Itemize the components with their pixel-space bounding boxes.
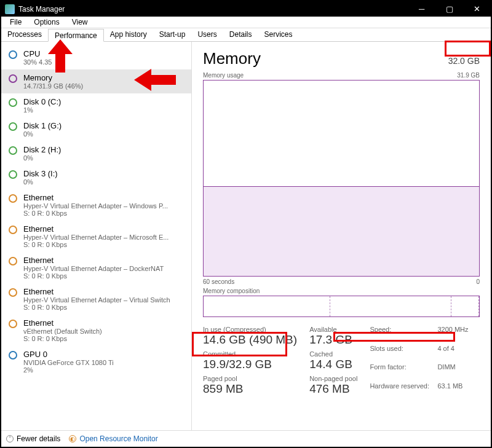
sidebar-item[interactable]: EthernetHyper-V Virtual Ethernet Adapter…: [1, 252, 191, 283]
tab-startup[interactable]: Start-up: [153, 28, 192, 41]
memory-usage-graph[interactable]: [203, 80, 480, 277]
sidebar-item-name: Ethernet: [23, 287, 170, 296]
status-ring-icon: [9, 74, 17, 83]
detail-title: Memory: [203, 49, 261, 68]
sidebar-item-text: EthernetvEthernet (Default Switch)S: 0 R…: [23, 318, 102, 342]
memory-meta: Speed: 3200 MHz Slots used: 4 of 4 Form …: [370, 326, 468, 399]
sidebar-item-text: Disk 0 (C:)1%: [23, 97, 61, 114]
sidebar-item-subtext2: 2%: [23, 366, 114, 374]
menu-view[interactable]: View: [66, 18, 94, 26]
maximize-button[interactable]: ▢: [435, 1, 463, 17]
sidebar-item[interactable]: Memory14.7/31.9 GB (46%): [1, 69, 191, 93]
graph-label: Memory usage: [203, 72, 244, 79]
tab-details[interactable]: Details: [223, 28, 258, 41]
sidebar-item-text: EthernetHyper-V Virtual Ethernet Adapter…: [23, 256, 164, 280]
stat-paged-value: 859 MB: [203, 382, 297, 396]
sidebar-item-text: Disk 1 (G:)0%: [23, 121, 62, 138]
stat-cached-label: Cached: [309, 350, 357, 358]
meta-formfactor-value: DIMM: [437, 363, 468, 381]
sidebar-item-name: Disk 1 (G:): [23, 121, 62, 130]
stat-inuse-value: 14.6 GB (490 MB): [203, 333, 297, 347]
sidebar-item[interactable]: CPU30% 4.35: [1, 45, 191, 69]
meta-speed-value: 3200 MHz: [437, 326, 468, 344]
sidebar-item-text: GPU 0NVIDIA GeForce GTX 1080 Ti2%: [23, 350, 114, 374]
fewer-details-label: Fewer details: [17, 434, 60, 443]
comp-standby: [330, 296, 451, 316]
stat-available-value: 17.3 GB: [309, 333, 357, 347]
meta-slots-label: Slots used:: [370, 345, 437, 363]
sidebar-item-subtext: Hyper-V Virtual Ethernet Adapter – Docke…: [23, 265, 164, 272]
meta-hwreserved-value: 63.1 MB: [437, 382, 468, 400]
fewer-details-button[interactable]: ˄ Fewer details: [6, 434, 60, 443]
status-ring-icon: [9, 170, 17, 179]
sidebar-item-subtext2: S: 0 R: 0 Kbps: [23, 272, 164, 280]
meta-formfactor-label: Form factor:: [370, 363, 437, 381]
menu-file[interactable]: File: [4, 18, 28, 26]
sidebar-item[interactable]: EthernetvEthernet (Default Switch)S: 0 R…: [1, 315, 191, 346]
sidebar-item[interactable]: GPU 0NVIDIA GeForce GTX 1080 Ti2%: [1, 346, 191, 377]
stat-nonpaged-value: 476 MB: [309, 382, 357, 396]
sidebar-item[interactable]: Disk 2 (H:)0%: [1, 141, 191, 165]
sidebar-item-subtext: 30% 4.35: [23, 58, 52, 66]
status-ring-icon: [9, 194, 17, 203]
stat-cached-value: 14.4 GB: [309, 358, 357, 371]
memory-detail-pane: Memory 32.0 GB Memory usage 31.9 GB 60 s…: [192, 42, 491, 430]
sidebar-item-text: Disk 2 (H:)0%: [23, 145, 61, 162]
tab-performance[interactable]: Performance: [48, 29, 104, 42]
sidebar-item-text: EthernetHyper-V Virtual Ethernet Adapter…: [23, 224, 169, 248]
sidebar-item-subtext: Hyper-V Virtual Ethernet Adapter – Windo…: [23, 202, 168, 210]
sidebar-item-subtext: 0%: [23, 154, 61, 162]
sidebar-item[interactable]: EthernetHyper-V Virtual Ethernet Adapter…: [1, 221, 191, 252]
status-ring-icon: [9, 122, 17, 131]
sidebar-item-subtext2: S: 0 R: 0 Kbps: [23, 210, 168, 217]
sidebar-item-name: Disk 2 (H:): [23, 145, 61, 154]
sidebar-item-text: Memory14.7/31.9 GB (46%): [23, 73, 83, 90]
tab-bar: Processes Performance App history Start-…: [1, 28, 491, 42]
tab-app-history[interactable]: App history: [104, 28, 153, 41]
graph-axis-right: 0: [476, 278, 480, 285]
sidebar-item[interactable]: Disk 3 (I:)0%: [1, 165, 191, 189]
meta-slots-value: 4 of 4: [437, 345, 468, 363]
sidebar-item-name: GPU 0: [23, 350, 114, 359]
minimize-button[interactable]: ─: [408, 1, 435, 17]
memory-composition-bar[interactable]: [203, 296, 480, 317]
status-ring-icon: [9, 288, 17, 297]
status-ring-icon: [9, 226, 17, 234]
sidebar-item[interactable]: Disk 1 (G:)0%: [1, 117, 191, 141]
comp-in-use: [204, 296, 330, 316]
menu-options[interactable]: Options: [28, 18, 65, 26]
status-ring-icon: [9, 98, 17, 107]
tab-services[interactable]: Services: [258, 28, 298, 41]
sidebar-item[interactable]: Disk 0 (C:)1%: [1, 93, 191, 117]
window-title: Task Manager: [18, 5, 408, 14]
sidebar-item-subtext: NVIDIA GeForce GTX 1080 Ti: [23, 359, 114, 366]
sidebar-item[interactable]: EthernetHyper-V Virtual Ethernet Adapter…: [1, 283, 191, 315]
sidebar-item-name: Disk 3 (I:): [23, 169, 58, 178]
sidebar-item-text: CPU30% 4.35: [23, 49, 52, 66]
stat-committed-value: 19.9/32.9 GB: [203, 358, 297, 371]
performance-sidebar: CPU30% 4.35Memory14.7/31.9 GB (46%)Disk …: [1, 42, 192, 430]
sidebar-item-name: Ethernet: [23, 193, 168, 202]
sidebar-item[interactable]: EthernetHyper-V Virtual Ethernet Adapter…: [1, 189, 191, 221]
memory-stats: In use (Compressed) 14.6 GB (490 MB) Com…: [203, 326, 480, 399]
stat-available-label: Available: [309, 326, 357, 333]
footer: ˄ Fewer details ◐ Open Resource Monitor: [1, 430, 491, 447]
status-ring-icon: [9, 257, 17, 265]
meta-speed-label: Speed:: [370, 326, 437, 344]
close-button[interactable]: ✕: [463, 1, 491, 17]
tab-users[interactable]: Users: [191, 28, 223, 41]
comp-free: [451, 296, 479, 316]
sidebar-item-subtext: Hyper-V Virtual Ethernet Adapter – Virtu…: [23, 296, 170, 304]
tab-processes[interactable]: Processes: [1, 28, 48, 41]
sidebar-item-subtext: vEthernet (Default Switch): [23, 328, 102, 335]
graph-axis-left: 60 seconds: [203, 278, 234, 285]
open-resource-monitor-label: Open Resource Monitor: [79, 434, 157, 443]
sidebar-item-name: Ethernet: [23, 318, 102, 328]
sidebar-item-subtext2: S: 0 R: 0 Kbps: [23, 304, 170, 311]
sidebar-item-subtext2: S: 0 R: 0 Kbps: [23, 335, 102, 342]
open-resource-monitor-link[interactable]: ◐ Open Resource Monitor: [69, 434, 157, 443]
chevron-up-icon: ˄: [6, 435, 14, 442]
status-ring-icon: [9, 50, 17, 59]
titlebar: Task Manager ─ ▢ ✕: [1, 1, 491, 17]
menubar: File Options View: [1, 17, 491, 28]
